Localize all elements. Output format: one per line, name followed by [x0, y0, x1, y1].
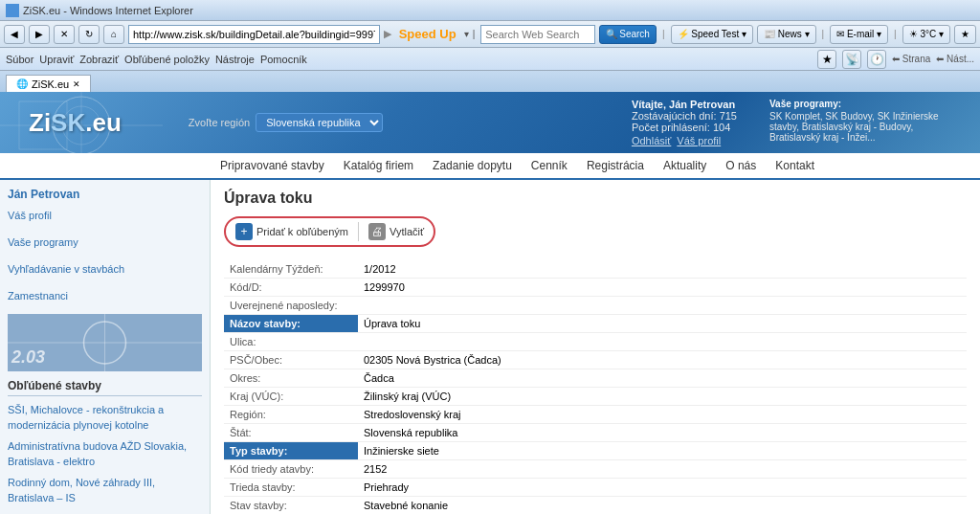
- nav-catalog[interactable]: Katalóg firiem: [334, 155, 423, 176]
- menu-bar: Súbor Upraviť Zobraziť Obľúbené položky …: [0, 48, 980, 71]
- field-value: Priehrady: [358, 479, 967, 497]
- action-bar: + Pridať k obľúbeným 🖨 Vytlačiť: [224, 216, 435, 247]
- nav-query[interactable]: Zadanie dopytu: [423, 155, 522, 176]
- news-button[interactable]: 📰 News ▾: [757, 25, 816, 44]
- separator-3: |: [892, 29, 899, 39]
- add-to-favorites-label: Pridať k obľúbeným: [256, 226, 348, 237]
- field-value: Inžinierske siete: [358, 442, 967, 460]
- logout-link[interactable]: Odhlásiť: [632, 135, 671, 146]
- tab-bar: 🌐 ZiSK.eu ✕: [0, 71, 980, 92]
- field-value: [358, 297, 967, 315]
- main-area: Úprava toku + Pridať k obľúbeným 🖨 Vytla…: [211, 180, 980, 514]
- fav-button[interactable]: ★: [954, 25, 976, 44]
- search-dropdown-arrow[interactable]: ▾: [464, 29, 469, 39]
- favorites-title: Obľúbené stavby: [8, 379, 202, 396]
- page-content: ZiSK.eu Zvoľte región Slovenská republik…: [0, 92, 980, 514]
- stop-button[interactable]: ✕: [54, 25, 75, 44]
- tab-close-icon[interactable]: ✕: [73, 79, 80, 89]
- sidebar-blueprint-image: 2.03: [8, 314, 202, 371]
- menu-file[interactable]: Súbor: [6, 54, 33, 65]
- field-value: [358, 333, 967, 351]
- menu-tools[interactable]: Nástroje: [215, 54, 255, 65]
- nav-register[interactable]: Registrácia: [577, 155, 654, 176]
- sidebar-fav-2[interactable]: Administratívna budova AŽD Slovakia, Bra…: [8, 438, 202, 469]
- tab-label: ZiSK.eu: [32, 78, 69, 90]
- field-value: Stredoslovenský kraj: [358, 406, 967, 424]
- address-bar[interactable]: [128, 25, 380, 44]
- header-user-info: Vítajte, Ján Petrovan Zostávajúcich dní:…: [632, 99, 737, 146]
- detail-table: Kalendárny Týždeň:1/2012Kód/D:1299970Uve…: [224, 260, 967, 514]
- speed-test-button[interactable]: ⚡ Speed Test ▾: [671, 25, 753, 44]
- menu-help[interactable]: Pomocník: [260, 54, 307, 65]
- strana-label: ⬅ Strana: [892, 54, 930, 64]
- field-label: Štát:: [224, 424, 358, 442]
- history-button[interactable]: 🕐: [867, 50, 886, 69]
- field-label: Okres:: [224, 369, 358, 388]
- programs-title: Vaše programy:: [769, 99, 961, 109]
- region-select[interactable]: Slovenská republika: [256, 113, 383, 132]
- field-label: Ulica:: [224, 333, 358, 351]
- field-label: Kraj (VÚC):: [224, 388, 358, 406]
- sidebar-link-programs[interactable]: Vaše programy: [8, 234, 202, 251]
- field-label: Názov stavby:: [224, 315, 358, 333]
- table-row: Trieda stavby:Priehrady: [224, 479, 967, 497]
- add-icon: +: [235, 223, 253, 240]
- print-button[interactable]: 🖨 Vytlačiť: [368, 223, 424, 240]
- table-row: Kód/D:1299970: [224, 279, 967, 297]
- separator-2: |: [820, 29, 827, 39]
- feeds-button[interactable]: 📡: [842, 50, 861, 69]
- tab-zisk[interactable]: 🌐 ZiSK.eu ✕: [6, 75, 91, 92]
- field-value: Úprava toku: [358, 315, 967, 333]
- field-value: Čadca: [358, 369, 967, 388]
- sidebar-link-search[interactable]: Vyhľadávanie v stavbách: [8, 260, 202, 278]
- menu-view[interactable]: Zobraziť: [79, 54, 119, 65]
- table-row: Štát:Slovenská republika: [224, 424, 967, 442]
- sidebar-username: Ján Petrovan: [8, 188, 202, 201]
- profile-link[interactable]: Váš profil: [677, 135, 721, 146]
- field-value: 02305 Nová Bystrica (Čadca): [358, 351, 967, 369]
- nav-contact[interactable]: Kontakt: [766, 155, 824, 176]
- layout: Ján Petrovan Váš profil Vaše programy Vy…: [0, 180, 980, 514]
- nav-about[interactable]: O nás: [716, 155, 766, 176]
- favorites-star-button[interactable]: ★: [817, 50, 836, 69]
- nav-price[interactable]: Cenník: [522, 155, 577, 176]
- go-button[interactable]: ▶: [384, 28, 391, 40]
- user-greeting: Vítajte, Ján Petrovan: [632, 99, 737, 110]
- sidebar-fav-3[interactable]: Rodinný dom, Nové záhrady III, Bratislav…: [8, 475, 202, 505]
- back-button[interactable]: ◀: [4, 25, 25, 44]
- menu-edit[interactable]: Upraviť: [39, 54, 74, 65]
- region-label: Zvoľte región: [189, 117, 250, 128]
- field-label: PSČ/Obec:: [224, 351, 358, 369]
- table-row: PSČ/Obec:02305 Nová Bystrica (Čadca): [224, 351, 967, 369]
- field-label: Región:: [224, 406, 358, 424]
- refresh-button[interactable]: ↻: [78, 25, 100, 44]
- nav-news[interactable]: Aktuality: [654, 155, 716, 176]
- speed-up-label: Speed Up: [399, 27, 457, 41]
- table-row: Typ stavby:Inžinierske siete: [224, 442, 967, 460]
- add-to-favorites-button[interactable]: + Pridať k obľúbeným: [235, 223, 348, 240]
- sidebar-link-employees[interactable]: Zamestnanci: [8, 287, 202, 304]
- field-value: Stavebné konanie: [358, 497, 967, 515]
- email-button[interactable]: ✉ E-mail ▾: [830, 25, 888, 44]
- table-row: Kalendárny Týždeň:1/2012: [224, 260, 967, 279]
- table-row: Názov stavby:Úprava toku: [224, 315, 967, 333]
- table-row: Kód triedy atavby:2152: [224, 460, 967, 479]
- nav-prepared[interactable]: Pripravované stavby: [211, 155, 334, 176]
- sidebar-fav-1[interactable]: SŠI, Michalovce - rekonštrukcia a modern…: [8, 402, 202, 433]
- weather-button[interactable]: ☀ 3°C ▾: [902, 25, 950, 44]
- browser-toolbar: ◀ ▶ ✕ ↻ ⌂ ▶ Speed Up ▾ | 🔍 Search | ⚡ Sp…: [0, 21, 980, 48]
- forward-button[interactable]: ▶: [29, 25, 50, 44]
- field-label: Typ stavby:: [224, 442, 358, 460]
- sidebar-link-profile[interactable]: Váš profil: [8, 207, 202, 224]
- search-button[interactable]: 🔍 Search: [599, 25, 657, 44]
- page-title: Úprava toku: [224, 190, 967, 207]
- header-programs: Vaše programy: SK Komplet, SK Budovy, SK…: [769, 99, 961, 143]
- field-label: Trieda stavby:: [224, 479, 358, 497]
- field-label: Kód triedy atavby:: [224, 460, 358, 479]
- table-row: Uverejnené naposledy:: [224, 297, 967, 315]
- nastr-label: ⬅ Nást...: [936, 54, 974, 64]
- search-input[interactable]: [480, 25, 595, 44]
- home-button[interactable]: ⌂: [103, 25, 124, 44]
- menu-favorites[interactable]: Obľúbené položky: [124, 54, 210, 65]
- table-row: Región:Stredoslovenský kraj: [224, 406, 967, 424]
